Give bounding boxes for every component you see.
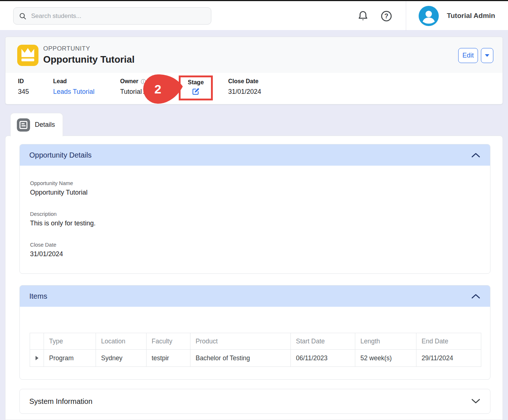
cell-location: Sydney bbox=[96, 350, 147, 367]
user-avatar[interactable] bbox=[419, 6, 439, 26]
opportunity-details-title: Opportunity Details bbox=[29, 151, 92, 159]
items-title: Items bbox=[29, 292, 47, 301]
svg-text:?: ? bbox=[385, 12, 389, 20]
section-items: Items Type Location Faculty Product Star… bbox=[19, 285, 490, 380]
opportunity-crown-icon bbox=[17, 45, 38, 66]
cell-end-date: 29/11/2024 bbox=[416, 350, 481, 367]
stage-label: Stage bbox=[188, 79, 204, 86]
details-tab-label: Details bbox=[35, 121, 55, 129]
detail-field-opportunity-name: Opportunity Name Opportunity Tutorial bbox=[30, 180, 88, 196]
details-tab-icon bbox=[17, 118, 30, 132]
header-fields-row: ID 345 Lead Leads Tutorial Owner Tutoria… bbox=[5, 73, 503, 104]
items-table: Type Location Faculty Product Start Date… bbox=[30, 333, 481, 367]
cell-product: Bachelor of Testing bbox=[190, 350, 291, 367]
id-value: 345 bbox=[18, 88, 29, 96]
chevron-down-icon bbox=[485, 54, 489, 57]
section-opportunity-details: Opportunity Details Opportunity Name Opp… bbox=[19, 144, 490, 274]
col-type: Type bbox=[44, 333, 96, 350]
opportunity-details-header[interactable]: Opportunity Details bbox=[20, 144, 490, 166]
table-row: Program Sydney testpir Bachelor of Testi… bbox=[30, 350, 481, 367]
col-start-date: Start Date bbox=[291, 333, 355, 350]
search-input[interactable] bbox=[31, 12, 206, 20]
close-date-detail-label: Close Date bbox=[30, 242, 63, 248]
help-icon[interactable]: ? bbox=[380, 10, 393, 22]
field-lead: Lead Leads Tutorial bbox=[53, 78, 94, 96]
edit-button[interactable]: Edit bbox=[458, 48, 478, 63]
col-length: Length bbox=[355, 333, 416, 350]
col-product: Product bbox=[190, 333, 291, 350]
more-actions-button[interactable] bbox=[481, 48, 493, 63]
cell-length: 52 week(s) bbox=[355, 350, 416, 367]
close-date-label: Close Date bbox=[228, 78, 261, 85]
lead-label: Lead bbox=[53, 78, 94, 85]
expander-header-cell bbox=[30, 333, 44, 350]
close-date-detail-value: 31/01/2024 bbox=[30, 250, 63, 258]
field-close-date: Close Date 31/01/2024 bbox=[228, 78, 261, 96]
notifications-bell-icon[interactable] bbox=[357, 10, 369, 22]
chevron-up-icon[interactable] bbox=[471, 152, 481, 158]
col-location: Location bbox=[96, 333, 147, 350]
search-icon bbox=[19, 12, 27, 20]
entity-type-label: OPPORTUNITY bbox=[43, 45, 90, 52]
items-table-header-row: Type Location Faculty Product Start Date… bbox=[30, 333, 481, 350]
system-information-title: System Information bbox=[29, 397, 92, 406]
field-id: ID 345 bbox=[18, 78, 29, 96]
topbar-divider bbox=[406, 1, 406, 31]
chevron-up-icon[interactable] bbox=[471, 293, 481, 299]
detail-field-close-date: Close Date 31/01/2024 bbox=[30, 242, 63, 258]
opportunity-name-value: Opportunity Tutorial bbox=[30, 189, 88, 196]
id-label: ID bbox=[18, 78, 29, 85]
cell-type: Program bbox=[44, 350, 96, 367]
annotation-number: 2 bbox=[143, 74, 173, 104]
tab-details[interactable]: Details bbox=[10, 113, 63, 136]
search-box[interactable] bbox=[13, 7, 211, 25]
opportunity-header-top: OPPORTUNITY Opportunity Tutorial Edit bbox=[5, 37, 503, 73]
details-content-card: Opportunity Details Opportunity Name Opp… bbox=[5, 136, 503, 420]
annotation-arrow-2: 2 bbox=[143, 74, 184, 105]
expand-triangle-icon bbox=[35, 356, 39, 360]
opportunity-name-label: Opportunity Name bbox=[30, 180, 88, 186]
system-information-header[interactable]: System Information bbox=[20, 389, 490, 413]
opportunity-header-card: OPPORTUNITY Opportunity Tutorial Edit ID… bbox=[5, 37, 503, 104]
col-faculty: Faculty bbox=[147, 333, 190, 350]
owner-label: Owner bbox=[120, 78, 138, 85]
user-name: Tutorial Admin bbox=[447, 12, 495, 20]
col-end-date: End Date bbox=[416, 333, 481, 350]
lead-link[interactable]: Leads Tutorial bbox=[53, 88, 94, 96]
items-header[interactable]: Items bbox=[20, 285, 490, 307]
detail-field-description: Description This is only for testing. bbox=[30, 211, 96, 227]
cell-start-date: 06/11/2023 bbox=[291, 350, 355, 367]
description-label: Description bbox=[30, 211, 96, 217]
section-system-information: System Information bbox=[19, 389, 490, 414]
chevron-down-icon[interactable] bbox=[471, 398, 481, 404]
stage-edit-icon[interactable] bbox=[192, 88, 200, 95]
row-expander[interactable] bbox=[30, 350, 44, 367]
close-date-value: 31/01/2024 bbox=[228, 88, 261, 96]
top-bar: ? Tutorial Admin bbox=[0, 0, 508, 30]
page-title: Opportunity Tutorial bbox=[43, 54, 134, 65]
description-value: This is only for testing. bbox=[30, 220, 96, 227]
cell-faculty: testpir bbox=[147, 350, 190, 367]
